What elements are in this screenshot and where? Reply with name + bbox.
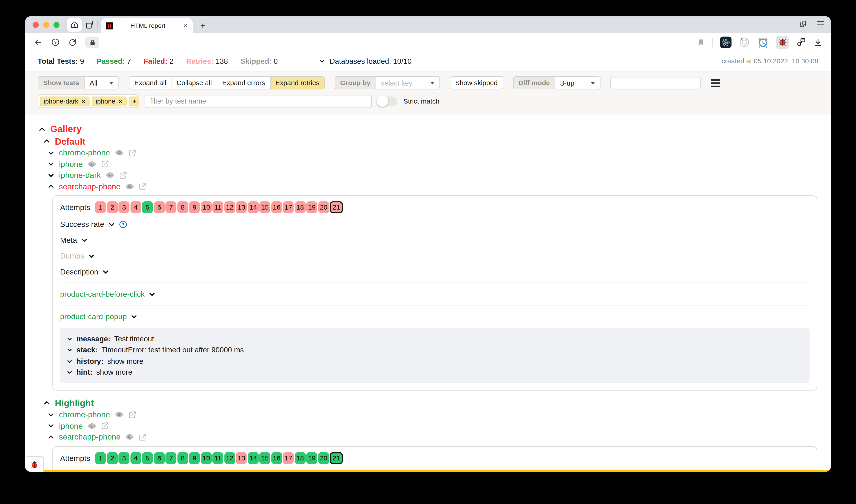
attempt-chip-7[interactable]: 7 [165,452,176,464]
attempt-chip-17[interactable]: 17 [283,452,294,464]
close-window-button[interactable] [33,22,39,28]
attempt-chip-19[interactable]: 19 [307,452,317,464]
attempt-chip-16[interactable]: 16 [271,201,282,213]
bug-overlay-badge[interactable] [25,456,44,472]
expand-all-button[interactable]: Expand all [129,76,172,89]
attempt-chip-7[interactable]: 7 [165,201,176,213]
test-name-filter-input[interactable] [145,94,372,108]
attempt-chip-2[interactable]: 2 [107,452,118,464]
external-link-icon[interactable] [139,433,147,441]
attempt-chip-12[interactable]: 12 [224,201,235,213]
bookmark-icon[interactable] [697,38,705,47]
browser-row-chrome-phone[interactable]: chrome-phone [48,147,818,159]
attempt-chip-3[interactable]: 3 [119,201,130,213]
attempt-chip-11[interactable]: 11 [212,452,224,464]
attempt-chip-6[interactable]: 6 [154,201,165,213]
collapse-all-button[interactable]: Collapse all [171,76,217,89]
bug-extension-icon[interactable] [776,36,789,49]
address-bar-collapsed[interactable] [85,37,99,48]
attempt-chip-18[interactable]: 18 [295,201,306,213]
attempt-chip-18[interactable]: 18 [295,452,306,464]
browser-filter-chip[interactable]: iphone✕ [92,96,126,106]
eye-icon[interactable] [87,423,96,429]
attempt-chip-5[interactable]: 5 [142,201,153,213]
suite-gallery[interactable]: Gallery [38,123,818,135]
attempt-chip-15[interactable]: 15 [259,201,270,213]
error-message-row[interactable]: message: Test timeout [67,333,803,344]
attempt-chip-16[interactable]: 16 [271,452,282,464]
bookmarks-panel-icon[interactable] [798,20,807,29]
attempt-chip-4[interactable]: 4 [130,452,141,464]
attempt-chip-21[interactable]: 21 [330,201,343,213]
attempt-chip-20[interactable]: 20 [318,452,329,464]
expand-retries-button[interactable]: Expand retries [270,76,325,89]
attempt-chip-21[interactable]: 21 [330,452,343,464]
tab-group-button[interactable]: 1 [67,18,82,32]
external-link-icon[interactable] [119,171,127,179]
browser-menu-icon[interactable] [817,21,824,28]
remove-chip-icon[interactable]: ✕ [118,98,123,105]
state-product-card-popup[interactable]: product-card-popup [60,311,809,321]
browser-row-searchapp-phone[interactable]: searchapp-phone [48,431,818,443]
dumps-row[interactable]: Dumps [60,251,809,261]
browser-row-searchapp-phone[interactable]: searchapp-phone [48,181,818,192]
external-link-icon[interactable] [128,411,136,419]
report-menu-icon[interactable] [711,79,720,87]
attempt-chip-14[interactable]: 14 [248,201,259,213]
external-link-icon[interactable] [101,422,109,430]
attempt-chip-1[interactable]: 1 [95,452,106,464]
attempt-chip-8[interactable]: 8 [177,201,188,213]
browser-row-chrome-phone[interactable]: chrome-phone [48,409,818,420]
search-input[interactable] [611,77,701,89]
new-tab-button[interactable]: + [200,21,205,30]
react-devtools-extension-icon[interactable] [720,37,732,48]
attempt-chip-9[interactable]: 9 [189,201,200,213]
remove-chip-icon[interactable]: ✕ [81,98,86,105]
diff-mode-select[interactable]: 3-up [555,76,601,89]
minimize-window-button[interactable] [43,22,49,28]
external-link-icon[interactable] [139,182,147,191]
back-button[interactable] [33,38,42,47]
download-icon[interactable] [814,38,823,47]
attempt-chip-3[interactable]: 3 [119,452,130,464]
meta-row[interactable]: Meta [60,235,809,245]
eye-icon[interactable] [125,183,134,190]
attempt-chip-19[interactable]: 19 [307,201,317,213]
state-product-card-before-click[interactable]: product-card-before-click [60,289,809,299]
attempt-chip-5[interactable]: 5 [142,452,153,464]
external-link-icon[interactable] [101,160,109,168]
attempt-chip-6[interactable]: 6 [154,452,165,464]
tab-html-report[interactable]: H HTML report ✕ [101,18,193,33]
reload-button[interactable] [68,38,77,47]
question-icon[interactable]: ? [119,220,127,228]
attempt-chip-20[interactable]: 20 [318,201,329,213]
attempt-chip-9[interactable]: 9 [189,452,200,464]
external-link-icon[interactable] [128,149,136,157]
suite-highlight[interactable]: Highlight [43,397,819,409]
attempt-chip-13[interactable]: 13 [236,201,247,213]
eye-icon[interactable] [105,172,115,179]
tab-close-icon[interactable]: ✕ [183,22,188,29]
attempt-chip-15[interactable]: 15 [259,452,270,464]
new-window-button[interactable] [83,18,96,32]
attempt-chip-10[interactable]: 10 [201,452,212,464]
attempt-chip-10[interactable]: 10 [201,201,212,213]
error-stack-row[interactable]: stack: TimeoutError: test timed out afte… [67,344,803,356]
show-tests-select[interactable]: All [84,76,119,89]
browser-filter-box[interactable]: iphone-dark✕ iphone✕ + 2 ... [38,94,139,108]
show-skipped-button[interactable]: Show skipped [450,76,503,89]
expand-errors-button[interactable]: Expand errors [217,76,270,89]
error-hint-row[interactable]: hint: show more [67,367,803,378]
attempt-chip-11[interactable]: 11 [212,201,224,213]
attempt-chip-8[interactable]: 8 [177,452,188,464]
browser-row-iphone-dark[interactable]: iphone-dark [48,169,818,181]
suite-default[interactable]: Default [43,135,819,147]
eye-icon[interactable] [115,412,124,418]
success-rate-row[interactable]: Success rate ? [60,219,809,229]
attempt-chip-2[interactable]: 2 [107,201,118,213]
orbit-extension-icon[interactable] [739,37,750,48]
browser-row-iphone[interactable]: iphone [48,420,818,431]
databases-loaded[interactable]: Databases loaded: 10/10 [319,57,412,65]
browser-filter-more-chip[interactable]: + 2 ... [129,96,139,106]
browser-filter-chip[interactable]: iphone-dark✕ [40,96,89,106]
